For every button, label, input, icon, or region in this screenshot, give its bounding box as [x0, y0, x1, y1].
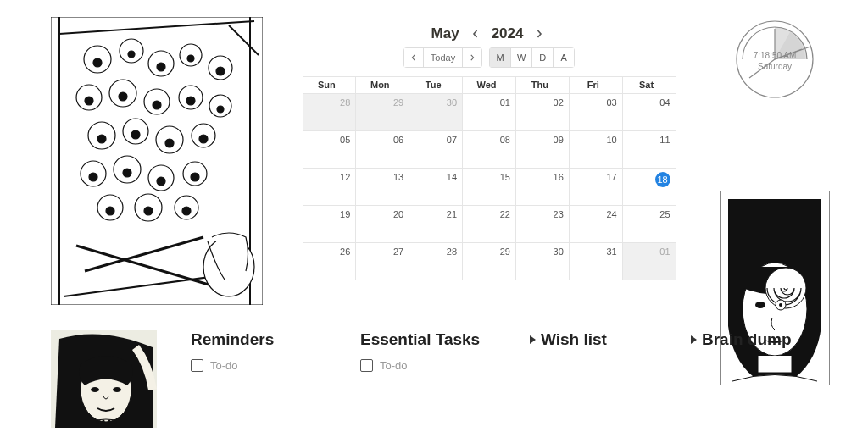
svg-point-14	[187, 55, 194, 62]
svg-point-24	[186, 97, 195, 105]
svg-point-64	[97, 421, 99, 424]
calendar-day[interactable]: 13	[356, 169, 409, 206]
toggle-icon[interactable]	[691, 335, 697, 344]
calendar-header: May 2024	[431, 25, 548, 42]
calendar-day[interactable]: 31	[570, 243, 623, 280]
calendar-day[interactable]: 06	[356, 131, 409, 169]
svg-point-38	[123, 169, 131, 177]
calendar-month: May	[431, 25, 459, 42]
toggle-icon[interactable]	[530, 335, 536, 344]
calendar-day[interactable]: 08	[463, 131, 516, 169]
calendar-day[interactable]: 01	[623, 243, 676, 280]
weekday-header: Sun	[303, 77, 357, 94]
checkbox-icon[interactable]	[360, 359, 373, 372]
brain-dump-section[interactable]: Brain dump	[691, 330, 818, 428]
svg-point-22	[153, 101, 161, 109]
bottom-artwork	[51, 330, 157, 428]
calendar-day[interactable]: 27	[356, 243, 409, 280]
calendar-day[interactable]: 29	[356, 94, 409, 131]
svg-point-10	[128, 51, 135, 58]
today-prev-button[interactable]	[403, 47, 424, 68]
calendar-day[interactable]: 21	[409, 206, 463, 243]
analog-clock: 7:18:50 AM Saturday	[724, 17, 826, 102]
essential-todo-item[interactable]: To-do	[360, 359, 513, 372]
calendar-day[interactable]: 19	[303, 206, 357, 243]
view-agenda-button[interactable]: A	[554, 47, 575, 68]
reminders-todo-item[interactable]: To-do	[191, 359, 343, 372]
calendar-day[interactable]: 16	[516, 169, 570, 206]
essential-title: Essential Tasks	[360, 330, 513, 349]
svg-point-20	[119, 92, 127, 101]
calendar-day[interactable]: 09	[516, 131, 570, 169]
weekday-header: Wed	[463, 77, 516, 94]
svg-point-36	[89, 173, 97, 181]
view-month-button[interactable]: M	[489, 47, 511, 68]
calendar-day[interactable]: 10	[570, 131, 623, 169]
calendar-day[interactable]: 25	[623, 206, 676, 243]
calendar-day[interactable]: 30	[516, 243, 570, 280]
weekday-header: Tue	[409, 77, 463, 94]
checkbox-icon[interactable]	[191, 359, 203, 372]
calendar-day[interactable]: 24	[570, 206, 623, 243]
weekday-header: Sat	[623, 77, 676, 94]
svg-point-16	[216, 67, 225, 75]
weekday-header: Mon	[356, 77, 409, 94]
calendar-day[interactable]: 04	[623, 94, 676, 131]
wish-list-section[interactable]: Wish list	[530, 330, 674, 428]
svg-point-34	[199, 135, 208, 143]
svg-point-18	[85, 97, 93, 105]
svg-point-62	[91, 387, 99, 392]
svg-point-42	[191, 173, 199, 181]
svg-point-44	[106, 207, 114, 215]
svg-point-30	[131, 130, 140, 139]
calendar-day[interactable]: 12	[303, 169, 357, 206]
weekday-header: Fri	[570, 77, 623, 94]
calendar-day[interactable]: 15	[463, 169, 516, 206]
next-month-button[interactable]	[531, 26, 547, 42]
reminders-section: Reminders To-do	[191, 330, 343, 428]
svg-point-28	[97, 135, 106, 143]
calendar-day[interactable]: 23	[516, 206, 570, 243]
calendar-day[interactable]: 18	[623, 169, 676, 206]
calendar-day[interactable]: 14	[409, 169, 463, 206]
reminders-title: Reminders	[191, 330, 343, 349]
calendar-day[interactable]: 05	[303, 131, 357, 169]
calendar-day[interactable]: 11	[623, 131, 676, 169]
essential-tasks-section: Essential Tasks To-do	[360, 330, 513, 428]
svg-point-58	[779, 303, 782, 307]
svg-point-26	[217, 106, 224, 113]
calendar-day[interactable]: 20	[356, 206, 409, 243]
svg-point-63	[113, 387, 121, 392]
today-next-button[interactable]	[463, 47, 482, 68]
svg-point-65	[103, 420, 105, 423]
section-divider	[34, 318, 834, 318]
calendar-day[interactable]: 03	[570, 94, 623, 131]
weekday-header: Thu	[516, 77, 570, 94]
view-day-button[interactable]: D	[532, 47, 554, 68]
reminders-todo-label: To-do	[210, 359, 238, 372]
clock-day: Saturday	[754, 61, 797, 72]
calendar-day[interactable]: 01	[463, 94, 516, 131]
calendar-day[interactable]: 02	[516, 94, 570, 131]
prev-month-button[interactable]	[468, 26, 483, 42]
svg-point-46	[144, 207, 153, 215]
view-week-button[interactable]: W	[511, 47, 532, 68]
calendar-day[interactable]: 30	[409, 94, 463, 131]
wish-list-title: Wish list	[541, 330, 607, 349]
calendar-year: 2024	[492, 25, 524, 42]
svg-point-48	[182, 207, 191, 215]
svg-point-32	[165, 139, 174, 147]
svg-point-12	[157, 63, 165, 71]
essential-todo-label: To-do	[380, 359, 408, 372]
clock-time: 7:18:50 AM	[754, 50, 797, 61]
calendar-day[interactable]: 07	[409, 131, 463, 169]
calendar-day[interactable]: 17	[570, 169, 623, 206]
svg-point-40	[157, 177, 165, 186]
calendar-day[interactable]: 28	[303, 94, 357, 131]
calendar-day[interactable]: 28	[409, 243, 463, 280]
calendar-grid: SunMonTueWedThuFriSat 282930010203040506…	[303, 76, 676, 280]
calendar-day[interactable]: 29	[463, 243, 516, 280]
today-button[interactable]: Today	[424, 47, 463, 68]
calendar-day[interactable]: 22	[463, 206, 516, 243]
calendar-day[interactable]: 26	[303, 243, 357, 280]
